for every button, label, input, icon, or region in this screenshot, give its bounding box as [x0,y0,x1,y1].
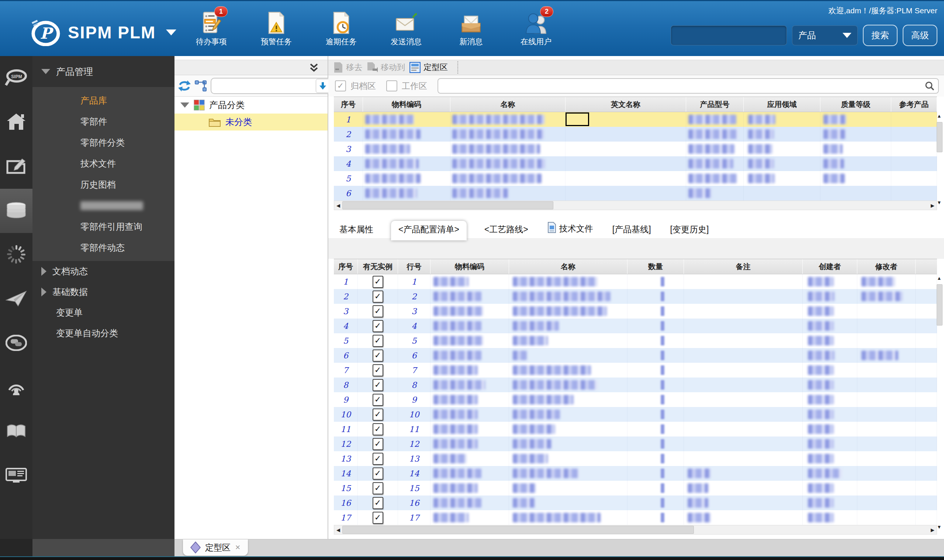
instance-checkbox[interactable]: ✓ [373,497,383,509]
remove-button[interactable]: 移去 [333,62,362,73]
bom-row-9[interactable]: 9✓9 [334,392,937,407]
search-icon[interactable] [925,81,935,91]
column-header-物料编码[interactable]: 物料编码 [430,259,509,274]
sidebar-item-零部件动态[interactable]: 零部件动态 [32,237,174,258]
product-row-4[interactable]: 4 [334,156,937,171]
vertical-scrollbar[interactable]: ▲▼ [935,275,943,532]
toolbar-item-逾期任务[interactable]: 逾期任务 [320,9,362,47]
instance-checkbox[interactable]: ✓ [373,423,383,435]
sidebar-item-零部件[interactable]: 零部件 [32,111,174,132]
column-header-名称[interactable]: 名称 [509,259,628,274]
org-structure-icon[interactable] [194,80,207,92]
tree-filter-input[interactable] [215,81,314,90]
bom-row-10[interactable]: 10✓10 [334,407,937,422]
bom-row-11[interactable]: 11✓11 [334,422,937,437]
sidebar-item-产品库[interactable]: 产品库 [32,90,174,111]
scroll-up-icon[interactable]: ▲ [937,113,942,120]
scrollbar-thumb[interactable] [342,201,553,209]
bom-row-7[interactable]: 7✓7 [334,363,937,377]
instance-checkbox[interactable]: ✓ [373,291,383,303]
bom-row-17[interactable]: 17✓17 [334,510,937,525]
scrollbar-thumb[interactable] [936,122,942,152]
scroll-down-icon[interactable]: ▼ [937,200,942,207]
tab-工艺路线[interactable]: <工艺路线> [483,221,530,238]
instance-checkbox[interactable]: ✓ [373,364,383,376]
sidebar-section-变更单自动分类[interactable]: 变更单自动分类 [32,323,174,344]
scroll-left-icon[interactable]: ◀ [334,527,342,533]
instance-checkbox[interactable]: ✓ [373,335,383,347]
global-search-input[interactable] [671,25,787,45]
instance-checkbox[interactable]: ✓ [373,482,383,494]
scrollbar-track[interactable] [936,283,942,524]
logo-caret-icon[interactable] [166,29,176,35]
sidebar-section-变更单[interactable]: 变更单 [32,302,174,323]
instance-checkbox[interactable]: ✓ [373,276,383,288]
typed-area-dock-tab[interactable]: 定型区 ✕ [183,539,248,555]
bom-row-6[interactable]: 6✓6 [334,348,937,363]
advanced-search-button[interactable]: 高级 [903,25,937,46]
product-row-6[interactable]: 6 [334,186,937,200]
bom-row-1[interactable]: 1✓1 [334,274,937,289]
column-header-行号[interactable]: 行号 [398,259,430,274]
bom-row-3[interactable]: 3✓3 [334,304,937,318]
rail-spinner-icon[interactable] [0,233,32,277]
instance-checkbox[interactable]: ✓ [373,379,383,391]
bom-row-5[interactable]: 5✓5 [334,333,937,348]
column-header-序号[interactable]: 序号 [334,259,358,274]
product-row-2[interactable]: 2 [334,127,937,142]
rail-database-icon[interactable] [0,189,32,233]
tab-变更历史[interactable]: [变更历史] [669,221,711,238]
tree-node-root[interactable]: 产品分类 [174,97,328,114]
typed-area-button[interactable]: 定型区 [409,62,448,73]
sidebar-item-零部件引用查询[interactable]: 零部件引用查询 [32,216,174,237]
tree-expand-icon[interactable] [180,103,189,108]
scrollbar-track[interactable] [936,120,942,200]
close-icon[interactable]: ✕ [235,543,241,552]
instance-checkbox[interactable]: ✓ [373,512,383,524]
bom-row-2[interactable]: 2✓2 [334,289,937,304]
toolbar-item-待办事项[interactable]: 1待办事项 [190,9,233,47]
tab-技术文件[interactable]: 技术文件 [546,219,595,238]
instance-checkbox[interactable]: ✓ [373,438,383,450]
instance-checkbox[interactable]: ✓ [373,468,383,480]
bom-row-8[interactable]: 8✓8 [334,377,937,392]
column-header-数量[interactable]: 数量 [628,259,684,274]
search-category-dropdown[interactable]: 产品 [792,25,858,45]
vertical-scrollbar[interactable]: ▲▼ [935,113,943,207]
rail-send-plane-icon[interactable] [0,277,32,322]
scroll-down-icon[interactable]: ▼ [937,524,942,532]
column-header-质量等级[interactable]: 质量等级 [821,97,891,112]
rail-book-icon[interactable] [0,410,32,454]
column-header-序号[interactable]: 序号 [334,97,363,112]
rail-sipm-search-icon[interactable]: SIPM [0,56,32,100]
instance-checkbox[interactable]: ✓ [373,349,383,362]
column-header-备注[interactable]: 备注 [684,259,803,274]
toolbar-item-新消息[interactable]: 新消息 [450,9,492,47]
table-search-input[interactable] [442,82,925,91]
scrollbar-track[interactable] [342,201,929,210]
column-header-应用领域[interactable]: 应用领域 [744,97,821,112]
column-header-有无实例[interactable]: 有无实例 [358,259,398,274]
arrow-down-button[interactable] [316,79,330,93]
instance-checkbox[interactable]: ✓ [373,408,383,421]
scroll-up-icon[interactable]: ▲ [937,275,942,283]
tab-基本属性[interactable]: 基本属性 [338,221,375,238]
rail-chat-icon[interactable] [0,322,32,366]
bom-row-15[interactable]: 15✓15 [334,481,937,495]
archive-area-checkbox[interactable]: ✓ [335,80,346,91]
move-to-button[interactable]: 移动到 [367,62,405,73]
rail-edit-icon[interactable] [0,145,32,189]
sidebar-item-零部件分类[interactable]: 零部件分类 [32,132,174,153]
scrollbar-thumb[interactable] [936,284,942,326]
rail-broadcast-icon[interactable] [0,366,32,410]
tree-node-uncategorized[interactable]: 未分类 [174,114,328,131]
scroll-left-icon[interactable]: ◀ [334,203,342,208]
sidebar-section-基础数据[interactable]: 基础数据 [32,282,174,302]
bom-row-13[interactable]: 13✓13 [334,451,937,466]
column-header-名称[interactable]: 名称 [450,97,566,112]
column-header-英文名称[interactable]: 英文名称 [566,97,686,112]
horizontal-scrollbar[interactable]: ◀▶ [334,200,937,210]
instance-checkbox[interactable]: ✓ [373,394,383,406]
sidebar-item-技术文件[interactable]: 技术文件 [32,153,174,174]
refresh-icon[interactable] [178,80,191,91]
